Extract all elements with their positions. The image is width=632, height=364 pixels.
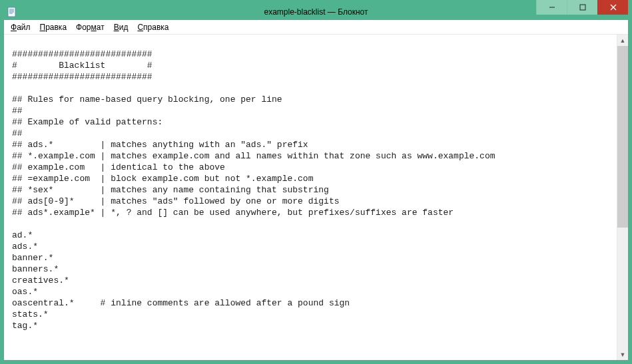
menu-format[interactable]: Формат (72, 21, 109, 33)
menu-help[interactable]: Справка (133, 21, 172, 33)
menu-edit[interactable]: Правка (36, 21, 71, 33)
window-controls (536, 0, 628, 15)
app-icon (7, 7, 17, 17)
scroll-up-arrow-icon[interactable]: ▲ (617, 35, 628, 46)
scroll-down-arrow-icon[interactable]: ▼ (617, 349, 628, 360)
scroll-thumb[interactable] (617, 46, 628, 228)
vertical-scrollbar[interactable]: ▲ ▼ (617, 35, 628, 360)
titlebar[interactable]: example-blacklist — Блокнот (4, 4, 628, 20)
minimize-button[interactable] (536, 0, 567, 15)
window-frame: example-blacklist — Блокнот Файл Правка … (0, 0, 632, 364)
maximize-button[interactable] (567, 0, 597, 15)
menu-file[interactable]: Файл (7, 21, 35, 33)
scroll-track[interactable] (617, 46, 628, 349)
editor-wrap: ########################### # Blacklist … (4, 35, 628, 360)
svg-rect-6 (580, 5, 585, 10)
text-editor[interactable]: ########################### # Blacklist … (4, 35, 617, 360)
window-title: example-blacklist — Блокнот (4, 7, 628, 17)
menu-view[interactable]: Вид (110, 21, 133, 33)
close-button[interactable] (597, 0, 628, 15)
menubar: Файл Правка Формат Вид Справка (4, 20, 628, 35)
